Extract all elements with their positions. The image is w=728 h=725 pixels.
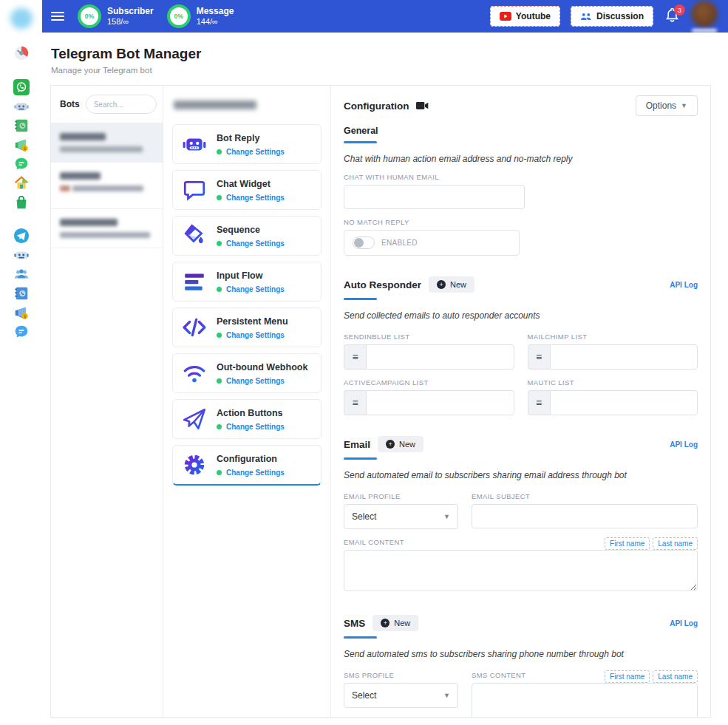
auto-responder-api-log-link[interactable]: API Log bbox=[670, 281, 698, 289]
menu-item-outbound-webhook[interactable]: Out-bound Webhook Change Settings bbox=[172, 353, 322, 393]
paper-plane-icon bbox=[182, 406, 207, 432]
activecampaign-list-input[interactable] bbox=[366, 390, 514, 415]
mautic-list-input[interactable] bbox=[550, 390, 698, 415]
whatsapp-icon[interactable] bbox=[13, 79, 30, 95]
auto-responder-section: Auto Responder +New API Log Send collect… bbox=[344, 276, 698, 415]
chat-blue-icon[interactable] bbox=[13, 324, 30, 340]
menu-item-bot-reply[interactable]: Bot Reply Change Settings bbox=[172, 124, 322, 164]
email-content-textarea[interactable] bbox=[344, 550, 698, 591]
activecampaign-list-label: ACTIVECAMPAIGN LIST bbox=[344, 378, 514, 387]
no-match-reply-box: ENABLED bbox=[344, 230, 520, 256]
message-progress-ring: 0% bbox=[167, 4, 191, 28]
user-menu[interactable] bbox=[691, 1, 718, 33]
change-settings-link[interactable]: Change Settings bbox=[226, 423, 285, 431]
menu-item-action-buttons[interactable]: Action Buttons Change Settings bbox=[172, 399, 322, 439]
users-icon bbox=[580, 12, 592, 21]
gear-icon bbox=[182, 452, 207, 477]
bot-blue-icon[interactable] bbox=[13, 247, 30, 263]
menu-item-label: Configuration bbox=[217, 454, 285, 464]
contact-book-blue-icon[interactable] bbox=[13, 285, 30, 302]
auto-responder-description: Send collected emails to auto responder … bbox=[344, 310, 698, 321]
bot-green-icon[interactable] bbox=[13, 98, 30, 115]
message-stat: 0% Message 144/∞ bbox=[167, 4, 234, 28]
email-title: Email bbox=[344, 439, 370, 450]
video-camera-icon[interactable] bbox=[416, 101, 429, 110]
menu-item-chat-widget[interactable]: Chat Widget Change Settings bbox=[172, 170, 322, 210]
wifi-icon bbox=[182, 361, 207, 386]
enabled-label: ENABLED bbox=[381, 239, 418, 247]
home-apps-icon[interactable] bbox=[13, 175, 30, 191]
email-new-button[interactable]: +New bbox=[378, 436, 423, 452]
bot-list-item[interactable] bbox=[51, 208, 163, 248]
svg-text:$: $ bbox=[23, 146, 26, 152]
top-navbar: 0% Subscriber 158/∞ 0% Message 144/∞ You… bbox=[42, 0, 728, 33]
general-description: Chat with human action email address and… bbox=[344, 154, 698, 164]
chat-green-icon[interactable] bbox=[13, 156, 30, 172]
contact-book-green-icon[interactable] bbox=[13, 118, 30, 134]
email-profile-label: EMAIL PROFILE bbox=[344, 492, 458, 500]
sendinblue-list-input[interactable] bbox=[366, 344, 514, 370]
sms-title: SMS bbox=[344, 618, 365, 629]
change-settings-link[interactable]: Change Settings bbox=[226, 148, 285, 156]
email-description: Send automated email to subscribers shar… bbox=[344, 470, 698, 480]
dashboard-gauge-icon[interactable] bbox=[13, 45, 30, 61]
redacted-bot-name bbox=[60, 219, 118, 226]
mautic-list-label: MAUTIC LIST bbox=[528, 378, 698, 387]
first-name-chip[interactable]: First name bbox=[605, 670, 650, 683]
sms-new-button[interactable]: +New bbox=[372, 615, 418, 631]
general-tab[interactable]: General bbox=[344, 126, 698, 136]
chevron-down-icon: ▼ bbox=[443, 692, 450, 699]
broadcast-green-icon[interactable]: $ bbox=[13, 137, 30, 153]
first-name-chip[interactable]: First name bbox=[605, 537, 650, 550]
sms-profile-select[interactable]: Select ▼ bbox=[344, 683, 458, 708]
bot-list-item[interactable] bbox=[51, 162, 163, 208]
change-settings-link[interactable]: Change Settings bbox=[226, 331, 285, 339]
app-logo[interactable] bbox=[10, 8, 33, 29]
bot-search-input[interactable] bbox=[86, 95, 157, 114]
no-match-reply-label: NO MATCH REPLY bbox=[344, 218, 698, 226]
change-settings-link[interactable]: Change Settings bbox=[226, 469, 285, 477]
bars-icon bbox=[182, 269, 207, 294]
hamburger-menu-icon[interactable] bbox=[51, 12, 64, 21]
mailchimp-list-input[interactable] bbox=[550, 344, 698, 370]
enabled-toggle[interactable] bbox=[353, 236, 375, 249]
app-root: $ bbox=[0, 0, 728, 725]
change-settings-link[interactable]: Change Settings bbox=[226, 377, 285, 385]
shop-bag-icon[interactable] bbox=[13, 194, 30, 211]
menu-item-sequence[interactable]: Sequence Change Settings bbox=[172, 216, 322, 256]
change-settings-link[interactable]: Change Settings bbox=[226, 239, 285, 248]
bots-panel-title: Bots bbox=[60, 99, 80, 109]
options-button[interactable]: Options ▼ bbox=[636, 95, 698, 116]
chevron-down-icon: ▼ bbox=[681, 102, 687, 109]
page-subtitle: Manage your Telegram bot bbox=[51, 66, 728, 75]
sms-content-textarea[interactable] bbox=[472, 683, 698, 717]
change-settings-link[interactable]: Change Settings bbox=[226, 285, 285, 293]
menu-item-input-flow[interactable]: Input Flow Change Settings bbox=[172, 262, 322, 302]
menu-lines-icon: ≡ bbox=[344, 344, 366, 370]
last-name-chip[interactable]: Last name bbox=[653, 537, 698, 550]
chat-with-human-email-input[interactable] bbox=[344, 185, 525, 209]
bot-list-item[interactable] bbox=[51, 123, 163, 162]
discussion-button[interactable]: Discussion bbox=[571, 6, 653, 27]
auto-responder-new-button[interactable]: +New bbox=[429, 276, 474, 293]
menu-item-configuration[interactable]: Configuration Change Settings bbox=[172, 445, 322, 486]
menu-item-persistent-menu[interactable]: Persistent Menu Change Settings bbox=[172, 307, 322, 347]
sms-api-log-link[interactable]: API Log bbox=[670, 619, 698, 627]
broadcast-blue-icon[interactable]: $ bbox=[13, 304, 30, 321]
redacted-bot-username bbox=[60, 232, 150, 238]
subscriber-stat: 0% Subscriber 158/∞ bbox=[78, 4, 154, 28]
notifications-button[interactable]: 3 bbox=[665, 7, 679, 25]
notification-badge: 3 bbox=[674, 4, 685, 16]
last-name-chip[interactable]: Last name bbox=[653, 670, 698, 683]
email-profile-select[interactable]: Select ▼ bbox=[344, 504, 458, 529]
telegram-icon[interactable] bbox=[13, 228, 30, 244]
email-api-log-link[interactable]: API Log bbox=[670, 440, 698, 449]
redacted-selected-bot-name bbox=[174, 101, 256, 109]
menu-item-label: Bot Reply bbox=[217, 133, 285, 143]
youtube-button[interactable]: Youtube bbox=[490, 6, 560, 27]
email-section: Email +New API Log Send automated email … bbox=[344, 436, 698, 594]
sendinblue-list-label: SENDINBLUE LIST bbox=[344, 333, 514, 341]
email-subject-input[interactable] bbox=[472, 504, 698, 528]
users-group-icon[interactable] bbox=[13, 266, 30, 282]
change-settings-link[interactable]: Change Settings bbox=[226, 194, 285, 202]
